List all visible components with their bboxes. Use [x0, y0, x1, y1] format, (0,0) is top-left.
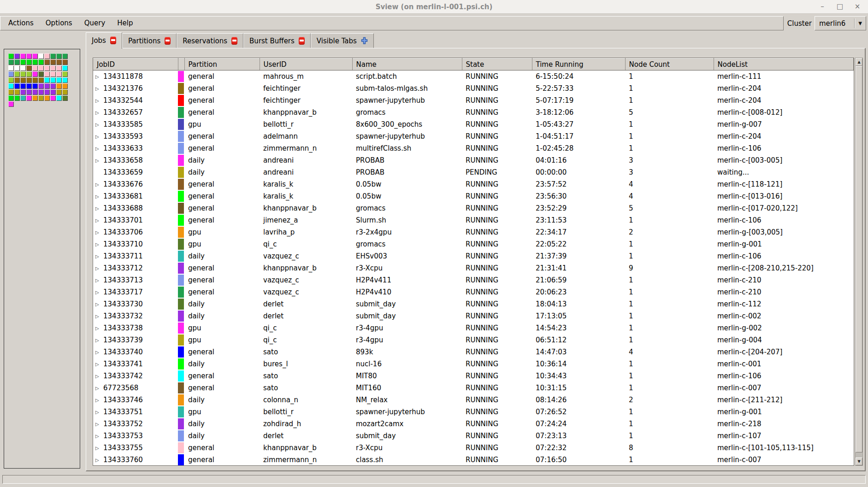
node-grid-cell[interactable] [56, 89, 61, 94]
row-expander-icon[interactable] [95, 218, 103, 223]
row-expander-icon[interactable] [95, 206, 103, 211]
column-header-nodelist[interactable]: NodeList [714, 59, 854, 70]
table-row[interactable]: 67723568 general sato MIT160 RUNNING 10:… [93, 382, 854, 394]
table-row[interactable]: 134333740 general sato 893k RUNNING 14:4… [93, 346, 854, 358]
node-grid-cell[interactable] [38, 83, 43, 88]
node-grid-cell[interactable] [50, 77, 55, 82]
tab-burst-buffers[interactable]: Burst Buffers [243, 33, 311, 48]
node-grid-cell[interactable] [62, 83, 67, 88]
table-row[interactable]: 134333713 general vazquez_c H2P4v411 RUN… [93, 274, 854, 286]
table-row[interactable]: 134333746 daily colonna_n NM_relax RUNNI… [93, 394, 854, 406]
node-grid-cell[interactable] [32, 71, 37, 76]
row-expander-icon[interactable] [95, 158, 103, 163]
column-header-name[interactable]: Name [352, 59, 462, 70]
table-row[interactable]: 134333585 gpu bellotti_r 8x600_300_epoch… [93, 118, 854, 130]
node-grid-cell[interactable] [26, 59, 31, 65]
row-expander-icon[interactable] [95, 74, 103, 79]
table-row[interactable]: 134333755 general khanppnavar_b r3-Xcpu … [93, 442, 854, 454]
row-expander-icon[interactable] [95, 242, 103, 247]
node-grid-cell[interactable] [44, 89, 49, 94]
node-grid-cell[interactable] [56, 83, 61, 88]
table-row[interactable]: 134333739 gpu qi_c r3-4gpu RUNNING 06:51… [93, 334, 854, 346]
scroll-down-icon[interactable]: ▼ [856, 458, 862, 465]
node-grid-cell[interactable] [44, 59, 49, 65]
table-row[interactable]: 134333710 gpu qi_c gromacs RUNNING 22:05… [93, 238, 854, 250]
node-grid-cell[interactable] [14, 53, 19, 59]
node-grid-cell[interactable] [32, 53, 37, 59]
node-grid-cell[interactable] [20, 59, 25, 65]
row-expander-icon[interactable] [95, 362, 103, 367]
node-grid-cell[interactable] [62, 95, 67, 100]
column-header-userid[interactable]: UserID [260, 59, 352, 70]
node-grid-cell[interactable] [14, 95, 19, 100]
node-grid-cell[interactable] [38, 65, 43, 70]
menu-options[interactable]: Options [40, 17, 78, 30]
node-grid-cell[interactable] [8, 65, 13, 70]
node-grid-cell[interactable] [50, 53, 55, 59]
node-grid-cell[interactable] [38, 89, 43, 94]
row-expander-icon[interactable] [95, 134, 103, 139]
node-grid-cell[interactable] [26, 83, 31, 88]
node-grid-cell[interactable] [8, 89, 13, 94]
row-expander-icon[interactable] [95, 290, 103, 295]
column-header-partition[interactable]: Partition [184, 59, 260, 70]
maximize-icon[interactable]: □ [836, 3, 844, 10]
row-expander-icon[interactable] [95, 302, 103, 307]
table-row[interactable]: 134333659 daily andreani PROBAB PENDING … [93, 166, 854, 178]
node-grid-cell[interactable] [20, 77, 25, 82]
scrollbar-thumb[interactable] [856, 66, 862, 452]
row-expander-icon[interactable] [95, 398, 103, 403]
tab-close-icon[interactable] [299, 37, 305, 45]
node-grid-cell[interactable] [44, 53, 49, 59]
node-grid-cell[interactable] [8, 71, 13, 76]
node-grid-cell[interactable] [8, 53, 13, 59]
node-grid-cell[interactable] [50, 59, 55, 65]
node-grid-cell[interactable] [26, 53, 31, 59]
table-row[interactable]: 134332657 general khanppnavar_b gromacs … [93, 106, 854, 118]
node-grid-cell[interactable] [62, 89, 67, 94]
node-grid-cell[interactable] [32, 65, 37, 70]
row-expander-icon[interactable] [95, 374, 103, 379]
node-grid-cell[interactable] [26, 77, 31, 82]
table-row[interactable]: 134333730 daily derlet submit_day RUNNIN… [93, 298, 854, 310]
row-expander-icon[interactable] [95, 230, 103, 235]
node-grid-cell[interactable] [62, 53, 67, 59]
node-grid-cell[interactable] [20, 71, 25, 76]
row-expander-icon[interactable] [95, 122, 103, 127]
node-grid-cell[interactable] [50, 83, 55, 88]
node-grid-cell[interactable] [14, 89, 19, 94]
node-grid-cell[interactable] [62, 65, 67, 70]
table-row[interactable]: 134333593 general adelmann spawner-jupyt… [93, 130, 854, 142]
tab-close-icon[interactable] [165, 37, 171, 45]
row-expander-icon[interactable] [95, 86, 103, 91]
node-grid-cell[interactable] [14, 77, 19, 82]
node-grid-cell[interactable] [32, 83, 37, 88]
minimize-icon[interactable]: – [818, 3, 827, 10]
node-grid-cell[interactable] [44, 77, 49, 82]
row-expander-icon[interactable] [95, 278, 103, 283]
column-header-color[interactable] [178, 59, 184, 70]
table-row[interactable]: 134333742 general sato MIT80 RUNNING 10:… [93, 370, 854, 382]
node-grid-cell[interactable] [62, 77, 67, 82]
row-expander-icon[interactable] [95, 266, 103, 271]
table-row[interactable]: 134333676 general karalis_k 0.05bw RUNNI… [93, 178, 854, 190]
node-grid-cell[interactable] [56, 59, 61, 65]
row-expander-icon[interactable] [95, 434, 103, 439]
row-expander-icon[interactable] [95, 254, 103, 259]
table-row[interactable]: 134332544 general feichtinger spawner-ju… [93, 94, 854, 106]
row-expander-icon[interactable] [95, 386, 103, 391]
menu-actions[interactable]: Actions [2, 17, 40, 30]
scroll-up-icon[interactable]: ▲ [856, 58, 862, 66]
column-header-time-running[interactable]: Time Running [532, 59, 625, 70]
plus-icon[interactable] [361, 37, 368, 45]
node-grid-cell[interactable] [14, 71, 19, 76]
table-row[interactable]: 134321376 general feichtinger subm-talos… [93, 82, 854, 94]
node-grid-cell[interactable] [32, 77, 37, 82]
tab-close-icon[interactable] [110, 36, 116, 44]
row-expander-icon[interactable] [95, 326, 103, 331]
node-grid-cell[interactable] [20, 83, 25, 88]
table-row[interactable]: 134333717 general vazquez_c H2P4v410 RUN… [93, 286, 854, 298]
node-grid-cell[interactable] [56, 71, 61, 76]
table-row[interactable]: 134333658 daily andreani PROBAB RUNNING … [93, 154, 854, 166]
table-row[interactable]: 134333681 general karalis_k 0.05bw RUNNI… [93, 190, 854, 202]
